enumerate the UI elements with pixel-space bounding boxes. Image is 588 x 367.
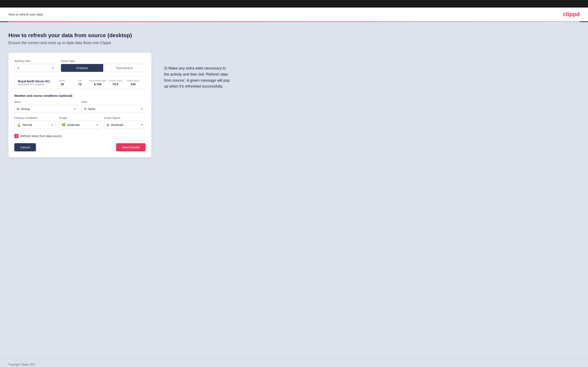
save-button[interactable]: Save Details bbox=[116, 143, 146, 151]
green-speed-value: Moderate bbox=[111, 123, 138, 127]
side-note: 3) Make any extra edits necessary to the… bbox=[164, 53, 231, 89]
rain-group: Rain ✳ None ▼ bbox=[82, 100, 146, 113]
game-type-buttons: Practice Tournament bbox=[61, 64, 146, 72]
starting-hole-label: Starting Hole bbox=[14, 59, 57, 63]
page-subheading: Ensure the correct and most up to date d… bbox=[9, 41, 579, 45]
holes-value: 18 bbox=[53, 83, 71, 86]
main-card: Starting Hole 1 ▼ Game Type Practice Tou… bbox=[9, 53, 151, 157]
course-location: Westward Ho!, England bbox=[18, 83, 53, 86]
game-type-label: Game Type bbox=[61, 59, 146, 63]
wind-group: Wind ≋ Strong ▼ bbox=[14, 100, 78, 113]
rain-chevron-icon: ▼ bbox=[141, 108, 143, 110]
copyright: Copyright Clippd 2022 bbox=[9, 363, 35, 366]
slope-rating-stat: Slope rating 134 bbox=[124, 79, 142, 86]
green-speed-group: Green Speed ◎ Moderate ▼ bbox=[104, 116, 146, 129]
rough-group: Rough 🌿 Moderate ▼ bbox=[59, 116, 101, 129]
course-rating-value: 72.5 bbox=[106, 83, 124, 86]
holes-label: Holes bbox=[53, 79, 71, 82]
yards-label: Yards/White (M)) bbox=[89, 79, 106, 82]
course-table: Royal North Devon GC, Westward Ho!, Engl… bbox=[14, 76, 146, 89]
header: How to refresh your data clippd bbox=[0, 8, 588, 21]
top-bar bbox=[0, 0, 588, 8]
wind-dropdown[interactable]: ≋ Strong ▼ bbox=[14, 105, 78, 113]
logo: clippd bbox=[563, 11, 579, 18]
course-rating-stat: Course rating 72.5 bbox=[106, 79, 124, 86]
rough-dropdown[interactable]: 🌿 Moderate ▼ bbox=[59, 121, 101, 129]
conditions-top-row: Wind ≋ Strong ▼ Rain ✳ None ▼ bbox=[14, 100, 146, 113]
wind-label: Wind bbox=[14, 100, 78, 103]
game-type-group: Game Type Practice Tournament bbox=[61, 59, 146, 72]
slope-rating-value: 134 bbox=[124, 83, 142, 86]
header-title: How to refresh your data bbox=[9, 13, 43, 16]
rough-value: Moderate bbox=[67, 123, 93, 127]
main-content: How to refresh your data from source (de… bbox=[0, 22, 588, 360]
cancel-button[interactable]: Cancel bbox=[14, 143, 36, 151]
par-stat: Par 72 bbox=[71, 79, 89, 86]
tournament-button[interactable]: Tournament bbox=[103, 64, 145, 72]
starting-hole-group: Starting Hole 1 ▼ bbox=[14, 59, 57, 72]
checkmark-icon: ✓ bbox=[15, 134, 18, 138]
page-heading: How to refresh your data from source (de… bbox=[9, 32, 579, 39]
top-form-row: Starting Hole 1 ▼ Game Type Practice Tou… bbox=[14, 59, 146, 72]
green-speed-label: Green Speed bbox=[104, 116, 146, 119]
rain-dropdown[interactable]: ✳ None ▼ bbox=[82, 105, 146, 113]
green-speed-icon: ◎ bbox=[106, 123, 109, 127]
fairway-icon: ⛳ bbox=[17, 123, 21, 127]
yards-stat: Yards/White (M)) 6,744 bbox=[89, 79, 106, 86]
rain-label: Rain bbox=[82, 100, 146, 103]
fairway-value: Normal bbox=[23, 123, 48, 127]
course-name: Royal North Devon GC, bbox=[18, 80, 53, 83]
footer: Copyright Clippd 2022 bbox=[0, 360, 588, 367]
rough-label: Rough bbox=[59, 116, 101, 119]
green-speed-chevron-icon: ▼ bbox=[141, 124, 143, 126]
starting-hole-select[interactable]: 1 bbox=[14, 64, 57, 72]
refresh-checkbox-row: ✓ Refresh shots from data source bbox=[14, 134, 146, 138]
starting-hole-select-wrapper[interactable]: 1 ▼ bbox=[14, 64, 57, 72]
slope-rating-label: Slope rating bbox=[124, 79, 142, 82]
practice-button[interactable]: Practice bbox=[61, 64, 103, 72]
par-label: Par bbox=[71, 79, 89, 82]
wind-icon: ≋ bbox=[17, 107, 19, 111]
green-speed-dropdown[interactable]: ◎ Moderate ▼ bbox=[104, 121, 146, 129]
fairway-group: Fairway Conditions ⛳ Normal ▼ bbox=[14, 116, 56, 129]
wind-value: Strong bbox=[21, 107, 70, 111]
course-row: Royal North Devon GC, Westward Ho!, Engl… bbox=[15, 76, 145, 89]
wind-chevron-icon: ▼ bbox=[74, 108, 76, 110]
holes-stat: Holes 18 bbox=[53, 79, 71, 86]
rough-chevron-icon: ▼ bbox=[96, 124, 98, 126]
yards-value: 6,744 bbox=[89, 83, 106, 86]
rain-icon: ✳ bbox=[84, 107, 86, 111]
rough-icon: 🌿 bbox=[61, 123, 66, 127]
par-value: 72 bbox=[71, 83, 89, 86]
fairway-chevron-icon: ▼ bbox=[51, 124, 53, 126]
conditions-bottom-row: Fairway Conditions ⛳ Normal ▼ Rough 🌿 Mo… bbox=[14, 116, 146, 129]
conditions-label: Weather and course conditions (optional) bbox=[14, 94, 146, 97]
content-layout: Starting Hole 1 ▼ Game Type Practice Tou… bbox=[9, 53, 579, 157]
fairway-label: Fairway Conditions bbox=[14, 116, 56, 119]
refresh-label: Refresh shots from data source bbox=[21, 134, 62, 138]
fairway-dropdown[interactable]: ⛳ Normal ▼ bbox=[14, 121, 56, 129]
refresh-checkbox[interactable]: ✓ bbox=[14, 134, 18, 138]
rain-value: None bbox=[88, 107, 138, 111]
course-rating-label: Course rating bbox=[106, 79, 124, 82]
course-name-cell: Royal North Devon GC, Westward Ho!, Engl… bbox=[18, 80, 53, 86]
button-row: Cancel Save Details bbox=[14, 143, 146, 151]
